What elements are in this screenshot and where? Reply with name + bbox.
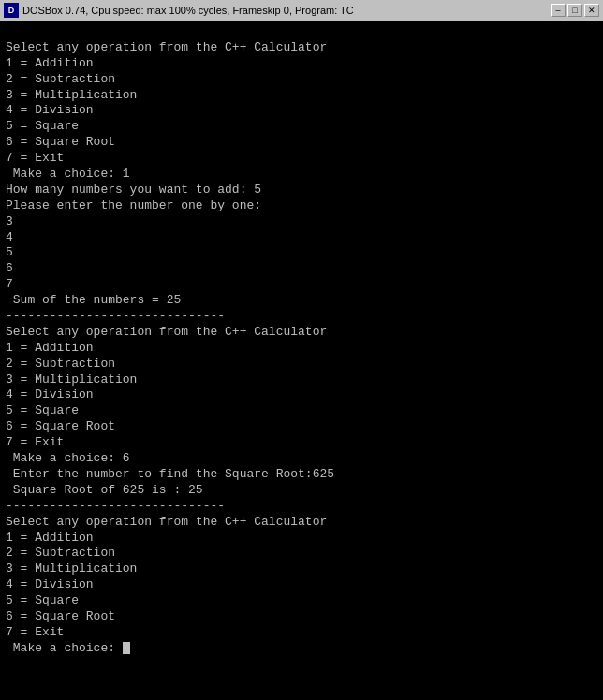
console-line: 6 = Square Root — [6, 609, 597, 625]
console-output: Select any operation from the C++ Calcul… — [0, 21, 603, 700]
console-line: 6 — [6, 261, 597, 277]
console-line: 5 = Square — [6, 119, 597, 135]
title-bar: D DOSBox 0.74, Cpu speed: max 100% cycle… — [0, 0, 603, 21]
console-line: 2 = Subtraction — [6, 72, 597, 88]
console-line: 6 = Square Root — [6, 135, 597, 151]
console-line: 7 = Exit — [6, 151, 597, 167]
console-line: 3 — [6, 214, 597, 230]
console-line: 3 = Multiplication — [6, 372, 597, 388]
console-line: 7 — [6, 277, 597, 293]
console-line: Make a choice: — [6, 641, 597, 657]
console-line: Make a choice: 6 — [6, 451, 597, 467]
console-line: 5 = Square — [6, 593, 597, 609]
console-line: 5 = Square — [6, 403, 597, 419]
console-line: Square Root of 625 is : 25 — [6, 483, 597, 499]
console-line: 1 = Addition — [6, 56, 597, 72]
console-line: Select any operation from the C++ Calcul… — [6, 515, 597, 531]
console-line: 4 = Division — [6, 103, 597, 119]
console-line: 7 = Exit — [6, 625, 597, 641]
console-line: 5 — [6, 245, 597, 261]
console-line: ------------------------------ — [6, 309, 597, 325]
console-line: 4 — [6, 230, 597, 246]
console-line: ------------------------------ — [6, 499, 597, 515]
console-line: 6 = Square Root — [6, 419, 597, 435]
console-line: 2 = Subtraction — [6, 357, 597, 372]
console-line: 4 = Division — [6, 387, 597, 403]
console-line: Make a choice: 1 — [6, 167, 597, 182]
console-line: 3 = Multiplication — [6, 88, 597, 104]
console-line: 1 = Addition — [6, 341, 597, 357]
console-line: 1 = Addition — [6, 531, 597, 547]
console-line: 7 = Exit — [6, 435, 597, 451]
window-title: DOSBox 0.74, Cpu speed: max 100% cycles,… — [22, 5, 354, 16]
console-line: Sum of the numbers = 25 — [6, 293, 597, 309]
console-line: 3 = Multiplication — [6, 561, 597, 577]
text-cursor — [123, 642, 130, 654]
console-line: 4 = Division — [6, 577, 597, 593]
console-line: Select any operation from the C++ Calcul… — [6, 325, 597, 341]
console-line: How many numbers you want to add: 5 — [6, 182, 597, 198]
close-button[interactable]: ✕ — [584, 4, 599, 17]
app-icon: D — [4, 3, 19, 18]
console-line: Enter the number to find the Square Root… — [6, 467, 597, 483]
console-line: Please enter the number one by one: — [6, 198, 597, 214]
minimize-button[interactable]: – — [551, 4, 566, 17]
console-line: 2 = Subtraction — [6, 546, 597, 561]
maximize-button[interactable]: □ — [567, 4, 582, 17]
console-line: Select any operation from the C++ Calcul… — [6, 40, 597, 56]
